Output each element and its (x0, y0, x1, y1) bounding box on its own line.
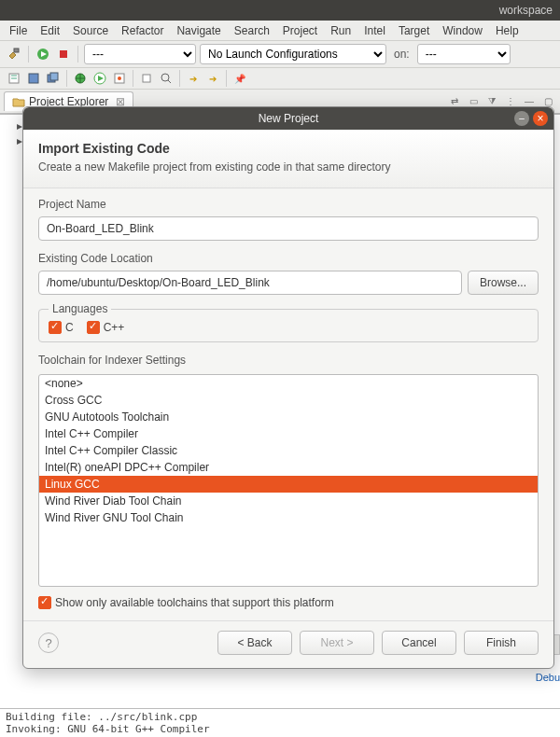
menu-project[interactable]: Project (277, 22, 323, 39)
dialog-titlebar[interactable]: New Project (23, 107, 553, 130)
svg-rect-11 (143, 75, 150, 82)
toolchain-option[interactable]: Cross GCC (39, 392, 538, 409)
menu-refactor[interactable]: Refactor (116, 22, 169, 39)
open-type-icon[interactable] (138, 70, 155, 87)
search-icon[interactable] (158, 70, 175, 87)
prev-annotation-icon[interactable]: ➔ (204, 70, 221, 87)
workspace-label: workspace (499, 4, 553, 17)
run-last-icon[interactable] (91, 70, 108, 87)
menu-navigate[interactable]: Navigate (171, 22, 226, 39)
lang-c-checkbox[interactable]: C (49, 321, 74, 334)
run-target-select[interactable]: --- (84, 44, 196, 64)
menu-target[interactable]: Target (393, 22, 435, 39)
help-icon[interactable]: ? (38, 633, 59, 653)
lang-cpp-input[interactable] (87, 321, 100, 334)
dialog-description: Create a new Makefile project from exist… (38, 160, 486, 174)
svg-rect-4 (29, 74, 38, 83)
svg-point-10 (118, 76, 121, 80)
menu-run[interactable]: Run (325, 22, 357, 39)
next-annotation-icon[interactable]: ➔ (185, 70, 202, 87)
new-wizard-icon[interactable] (6, 70, 22, 87)
pin-icon[interactable]: 📌 (231, 70, 248, 87)
languages-legend: Languages (49, 302, 111, 315)
stop-icon[interactable] (55, 46, 72, 63)
bg-debug-label[interactable]: Debu (536, 672, 560, 683)
toolbar-main: --- No Launch Configurations on: --- (0, 41, 560, 68)
toolchain-option[interactable]: Wind River GNU Tool Chain (39, 509, 538, 526)
dialog-heading: Import Existing Code (38, 141, 539, 156)
menu-edit[interactable]: Edit (35, 22, 65, 39)
save-all-icon[interactable] (45, 70, 62, 87)
dialog-minimize-icon[interactable] (514, 111, 529, 126)
show-only-checkbox[interactable]: Show only available toolchains that supp… (38, 596, 334, 609)
console-output: Building file: ../src/blink.cpp Invoking… (0, 708, 560, 737)
save-icon[interactable] (25, 70, 42, 87)
new-project-dialog: New Project Import Existing Code Create … (22, 106, 554, 669)
menu-source[interactable]: Source (67, 22, 114, 39)
show-only-input[interactable] (38, 596, 51, 609)
back-button[interactable]: < Back (217, 631, 292, 655)
svg-rect-0 (14, 49, 19, 52)
toolchain-listbox[interactable]: <none>Cross GCCGNU Autotools ToolchainIn… (38, 374, 539, 587)
lang-cpp-checkbox[interactable]: C++ (87, 321, 125, 334)
languages-group: Languages C C++ (38, 302, 539, 342)
toolbar-secondary: ➔ ➔ 📌 (0, 68, 560, 90)
menu-file[interactable]: File (4, 22, 33, 39)
toolchain-label: Toolchain for Indexer Settings (38, 354, 539, 367)
coverage-icon[interactable] (111, 70, 128, 87)
dialog-title: New Project (259, 112, 319, 125)
menu-window[interactable]: Window (437, 22, 488, 39)
menu-search[interactable]: Search (229, 22, 275, 39)
toolchain-option[interactable]: Wind River Diab Tool Chain (39, 493, 538, 509)
location-label: Existing Code Location (38, 252, 539, 265)
hammer-icon[interactable] (6, 46, 22, 63)
on-label: on: (390, 48, 413, 61)
launch-config-select[interactable]: No Launch Configurations (200, 44, 386, 64)
toolchain-option[interactable]: <none> (39, 375, 538, 392)
toolchain-option[interactable]: Intel C++ Compiler Classic (39, 442, 538, 459)
cancel-button[interactable]: Cancel (382, 631, 456, 655)
toolchain-option[interactable]: Linux GCC (39, 476, 538, 493)
on-target-select[interactable]: --- (417, 44, 511, 64)
project-name-label: Project Name (38, 198, 539, 211)
browse-button[interactable]: Browse... (468, 271, 539, 295)
lang-c-input[interactable] (49, 321, 62, 334)
dialog-close-icon[interactable] (533, 111, 548, 126)
menu-bar: File Edit Source Refactor Navigate Searc… (0, 21, 560, 41)
svg-rect-2 (60, 50, 67, 58)
finish-button[interactable]: Finish (464, 631, 539, 655)
toolchain-option[interactable]: Intel(R) oneAPI DPC++ Compiler (39, 459, 538, 476)
next-button[interactable]: Next > (300, 631, 374, 655)
dialog-footer: ? < Back Next > Cancel Finish (23, 620, 553, 668)
toolchain-option[interactable]: GNU Autotools Toolchain (39, 409, 538, 425)
dialog-header: Import Existing Code Create a new Makefi… (23, 130, 553, 188)
project-name-input[interactable] (38, 216, 539, 241)
run-icon[interactable] (35, 46, 51, 63)
svg-point-12 (161, 74, 169, 81)
menu-intel[interactable]: Intel (358, 22, 391, 39)
location-input[interactable] (38, 271, 462, 295)
menu-help[interactable]: Help (490, 22, 525, 39)
window-titlebar: workspace (0, 0, 560, 21)
toolchain-option[interactable]: Intel C++ Compiler (39, 425, 538, 442)
project-explorer-icon (12, 96, 25, 107)
svg-rect-6 (50, 73, 58, 80)
debug-icon[interactable] (72, 70, 89, 87)
